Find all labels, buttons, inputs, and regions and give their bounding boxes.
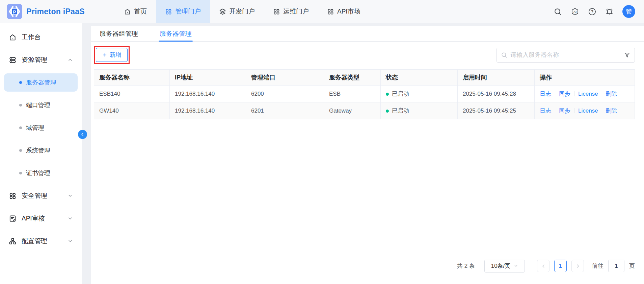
cell-server-name: GW140 (94, 102, 170, 119)
divider (574, 91, 574, 96)
table-header-row: 服务器名称 IP地址 管理端口 服务器类型 状态 启用时间 操作 (94, 70, 635, 86)
home-icon (124, 8, 131, 15)
nav-item-api-market[interactable]: API市场 (318, 0, 370, 23)
tab-label: 服务器组管理 (100, 29, 138, 38)
nav-item-label: 管理门户 (175, 7, 201, 16)
toolbar: 新增 (91, 42, 644, 67)
sidebar-item-server-mgmt[interactable]: 服务器管理 (4, 73, 78, 92)
log-link[interactable]: 日志 (540, 107, 551, 115)
cell-mgmt-port: 6201 (246, 102, 324, 119)
license-link[interactable]: License (578, 108, 598, 114)
server-search-input[interactable] (510, 51, 621, 58)
search-icon[interactable] (554, 7, 562, 16)
servers-icon (9, 56, 17, 64)
page-number-button[interactable]: 1 (554, 260, 567, 272)
help-icon[interactable]: ? (588, 7, 596, 16)
delete-link[interactable]: 删除 (606, 90, 617, 98)
license-link[interactable]: License (578, 91, 598, 97)
nav-item-label: 开发门户 (229, 7, 255, 16)
ai-assistant-icon[interactable]: AI (571, 7, 579, 16)
cell-status: 已启动 (381, 86, 458, 102)
grid-icon (327, 8, 334, 15)
svg-text:P: P (13, 9, 16, 15)
nav-item-admin-portal[interactable]: 管理门户 (156, 0, 210, 23)
svg-text:?: ? (591, 9, 594, 14)
nav-item-label: 首页 (134, 7, 147, 16)
sidebar-item-port-mgmt[interactable]: 端口管理 (4, 96, 78, 114)
sidebar-item-config-mgmt[interactable]: 配置管理 (4, 232, 78, 250)
sidebar-item-domain-mgmt[interactable]: 域管理 (4, 119, 78, 137)
page-size-select[interactable]: 10条/页 (484, 260, 525, 273)
tab-server-group-mgmt[interactable]: 服务器组管理 (99, 26, 139, 41)
chevron-down-icon (68, 193, 73, 198)
col-ip: IP地址 (170, 70, 246, 86)
cell-enable-time: 2025-05-16 09:45:25 (458, 102, 535, 119)
goto-label: 前往 (592, 262, 603, 270)
grid-icon (273, 8, 280, 15)
status-dot-icon (386, 110, 389, 113)
sidebar-item-security-mgmt[interactable]: 安全管理 (4, 187, 78, 205)
server-search-box (497, 48, 635, 63)
bullet-dot-icon (19, 126, 22, 129)
sidebar-item-label: 安全管理 (22, 191, 47, 200)
divider (602, 108, 602, 113)
nav-item-dev-portal[interactable]: 开发门户 (210, 0, 264, 23)
sidebar-item-label: API审核 (22, 214, 45, 223)
goto-page-input[interactable] (608, 260, 624, 272)
sync-link[interactable]: 同步 (559, 90, 570, 98)
page-size-value: 10条/页 (491, 262, 511, 270)
sidebar-item-resource-mgmt[interactable]: 资源管理 (4, 51, 78, 69)
sync-link[interactable]: 同步 (559, 107, 570, 115)
pagination-bar: 共 2 条 10条/页 1 前往 页 (91, 257, 644, 275)
bullet-dot-icon (19, 149, 22, 152)
prev-page-button[interactable] (537, 260, 549, 272)
sidebar-item-api-audit[interactable]: API审核 (4, 209, 78, 228)
brand-title: Primeton iPaaS (26, 7, 85, 16)
tab-server-mgmt[interactable]: 服务器管理 (159, 26, 193, 41)
delete-link[interactable]: 删除 (606, 107, 617, 115)
home-icon (9, 33, 17, 41)
sidebar-item-workbench[interactable]: 工作台 (4, 28, 78, 46)
sidebar-item-label: 配置管理 (22, 237, 47, 245)
bell-icon[interactable] (605, 7, 614, 16)
bullet-dot-icon (19, 172, 22, 174)
grid-icon (9, 192, 17, 200)
add-button-label: 新增 (110, 51, 121, 59)
nav-item-home[interactable]: 首页 (115, 0, 156, 23)
bullet-dot-icon (19, 104, 22, 106)
status-text: 已启动 (392, 108, 409, 114)
layers-icon (219, 8, 226, 15)
status-dot-icon (386, 93, 389, 96)
sidebar-collapse-button[interactable] (78, 130, 87, 139)
chevron-down-icon (68, 238, 73, 244)
cell-actions: 日志 同步 License 删除 (535, 102, 635, 119)
nav-item-ops-portal[interactable]: 运维门户 (264, 0, 318, 23)
cell-ip: 192.168.16.140 (170, 86, 246, 102)
nav-item-label: API市场 (337, 7, 360, 16)
content-panel: 服务器组管理 服务器管理 新增 (91, 26, 644, 284)
col-server-type: 服务器类型 (324, 70, 381, 86)
brand-logo-icon: P (7, 4, 22, 19)
divider (574, 108, 574, 113)
top-actions: AI ? 管 (554, 0, 644, 23)
cell-mgmt-port: 6200 (246, 86, 324, 102)
divider (555, 108, 555, 113)
chevron-down-icon (68, 216, 73, 221)
filter-funnel-icon[interactable] (624, 52, 630, 58)
server-table: 服务器名称 IP地址 管理端口 服务器类型 状态 启用时间 操作 ESB140 … (94, 69, 635, 119)
sidebar-item-system-mgmt[interactable]: 系统管理 (4, 141, 78, 160)
cell-server-type: ESB (324, 86, 381, 102)
col-status: 状态 (381, 70, 458, 86)
avatar[interactable]: 管 (622, 5, 635, 18)
sidebar-item-cert-mgmt[interactable]: 证书管理 (4, 164, 78, 182)
chevron-left-icon (80, 132, 85, 137)
next-page-button[interactable] (571, 260, 584, 272)
tab-bar: 服务器组管理 服务器管理 (91, 26, 644, 42)
annotation-highlight: 新增 (94, 46, 130, 64)
sidebar-item-label: 系统管理 (26, 146, 50, 155)
log-link[interactable]: 日志 (540, 90, 551, 98)
add-server-button[interactable]: 新增 (96, 48, 128, 62)
cell-enable-time: 2025-05-16 09:45:28 (458, 86, 535, 102)
nav-item-label: 运维门户 (283, 7, 309, 16)
bullet-dot-icon (19, 81, 22, 84)
